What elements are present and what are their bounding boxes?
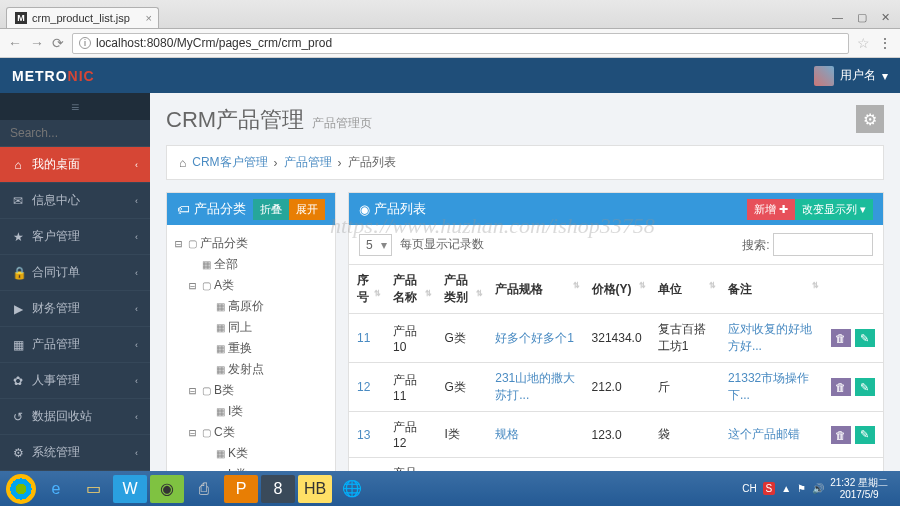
- cell-seq: 12: [349, 363, 385, 412]
- sidebar-item[interactable]: ▦产品管理‹: [0, 327, 150, 363]
- tree-node[interactable]: ▦发射点: [175, 359, 327, 380]
- sidebar-item-label: 财务管理: [32, 300, 80, 317]
- cell-note[interactable]: 应对收复的好地方好...: [720, 314, 823, 363]
- column-header[interactable]: 单位⇅: [650, 265, 720, 314]
- sidebar-item[interactable]: ▶财务管理‹: [0, 291, 150, 327]
- grid-icon: ▦: [216, 448, 225, 459]
- sidebar-item[interactable]: 🔒合同订单‹: [0, 255, 150, 291]
- url-input[interactable]: i localhost:8080/MyCrm/pages_crm/crm_pro…: [72, 33, 849, 54]
- close-icon[interactable]: ×: [145, 12, 151, 24]
- tab-title: crm_product_list.jsp: [32, 12, 130, 24]
- browser-menu-icon[interactable]: ⋮: [878, 35, 892, 51]
- chevron-left-icon: ‹: [135, 412, 138, 422]
- logo: METRONIC: [12, 68, 95, 84]
- column-header[interactable]: 产品名称⇅: [385, 265, 436, 314]
- sidebar-item[interactable]: ↺数据回收站‹: [0, 399, 150, 435]
- tree-node[interactable]: ⊟▢产品分类: [175, 233, 327, 254]
- column-header[interactable]: 备注⇅: [720, 265, 823, 314]
- columns-button[interactable]: 改变显示列 ▾: [795, 199, 873, 220]
- folder-icon: ▢: [188, 238, 197, 249]
- new-button[interactable]: 新增 ✚: [747, 199, 795, 220]
- grid-icon: ▦: [216, 322, 225, 333]
- page-size-label: 每页显示记录数: [400, 236, 484, 253]
- collapse-button[interactable]: 折叠: [253, 199, 289, 220]
- sidebar-search: [0, 120, 150, 147]
- sidebar-item-label: 信息中心: [32, 192, 80, 209]
- tree-toggle-icon[interactable]: ⊟: [189, 384, 199, 398]
- column-header[interactable]: 价格(Y)⇅: [584, 265, 650, 314]
- column-header[interactable]: 产品规格⇅: [487, 265, 583, 314]
- sidebar-collapse-button[interactable]: ≡: [0, 93, 150, 120]
- table-search-input[interactable]: [773, 233, 873, 256]
- tree-toggle-icon[interactable]: ⊟: [189, 426, 199, 440]
- sidebar-item[interactable]: ⌂我的桌面‹: [0, 147, 150, 183]
- close-window-icon[interactable]: ✕: [881, 11, 890, 24]
- forward-icon[interactable]: →: [30, 35, 44, 51]
- cell-actions: 🗑✎: [823, 412, 883, 458]
- column-header[interactable]: 序号⇅: [349, 265, 385, 314]
- tree-node[interactable]: ▦K类: [175, 443, 327, 464]
- sidebar-item[interactable]: ★客户管理‹: [0, 219, 150, 255]
- gear-icon[interactable]: ⚙: [856, 105, 884, 133]
- breadcrumb-mid[interactable]: 产品管理: [284, 154, 332, 171]
- tree-label: I类: [228, 403, 243, 420]
- tree-node[interactable]: ▦同上: [175, 317, 327, 338]
- bookmark-icon[interactable]: ☆: [857, 35, 870, 51]
- tree-label: 同上: [228, 319, 252, 336]
- sort-icon: ⇅: [639, 281, 646, 290]
- tree-node[interactable]: ▦重换: [175, 338, 327, 359]
- cell-note[interactable]: 二二一样a: [720, 458, 823, 472]
- delete-button[interactable]: 🗑: [831, 378, 851, 396]
- tree-toggle-icon[interactable]: ⊟: [175, 237, 185, 251]
- cell-spec[interactable]: 改革法规法规a: [487, 458, 583, 472]
- favicon: M: [15, 12, 27, 24]
- browser-tab[interactable]: M crm_product_list.jsp ×: [6, 7, 159, 28]
- cell-note[interactable]: 21332市场操作下...: [720, 363, 823, 412]
- minimize-icon[interactable]: —: [832, 11, 843, 24]
- back-icon[interactable]: ←: [8, 35, 22, 51]
- tree-toggle-icon[interactable]: ⊟: [189, 279, 199, 293]
- tree-node[interactable]: ⊟▢B类: [175, 380, 327, 401]
- delete-button[interactable]: 🗑: [831, 329, 851, 347]
- cell-spec[interactable]: 规格: [487, 412, 583, 458]
- chevron-left-icon: ‹: [135, 376, 138, 386]
- page-size-select[interactable]: 5: [359, 234, 392, 256]
- maximize-icon[interactable]: ▢: [857, 11, 867, 24]
- tag-icon: 🏷: [177, 202, 190, 217]
- table-controls: 5 每页显示记录数 搜索:: [349, 225, 883, 264]
- edit-button[interactable]: ✎: [855, 426, 875, 444]
- window-controls: — ▢ ✕: [822, 7, 900, 28]
- column-header[interactable]: 产品类别⇅: [436, 265, 487, 314]
- tree-label: 产品分类: [200, 235, 248, 252]
- sidebar-item[interactable]: ✿人事管理‹: [0, 363, 150, 399]
- expand-button[interactable]: 展开: [289, 199, 325, 220]
- edit-button[interactable]: ✎: [855, 378, 875, 396]
- cell-spec[interactable]: 231山地的撒大苏打...: [487, 363, 583, 412]
- edit-button[interactable]: ✎: [855, 329, 875, 347]
- cell-spec[interactable]: 好多个好多个1: [487, 314, 583, 363]
- cell-unit: 反侧是a: [650, 458, 720, 472]
- sidebar-item[interactable]: ✉信息中心‹: [0, 183, 150, 219]
- tree-node[interactable]: ⊟▢C类: [175, 422, 327, 443]
- cell-unit: 斤: [650, 363, 720, 412]
- sidebar-item[interactable]: ⚙系统管理‹: [0, 435, 150, 471]
- menu-icon: ▦: [12, 338, 24, 352]
- sidebar-item-label: 合同订单: [32, 264, 80, 281]
- cell-seq: 2: [349, 458, 385, 472]
- sidebar-item-label: 客户管理: [32, 228, 80, 245]
- tree-node[interactable]: ▦L类: [175, 464, 327, 471]
- tree-node[interactable]: ▦I类: [175, 401, 327, 422]
- info-icon[interactable]: i: [79, 37, 91, 49]
- grid-icon: ▦: [216, 343, 225, 354]
- search-input[interactable]: [10, 126, 140, 140]
- tree-node[interactable]: ▦高原价: [175, 296, 327, 317]
- cell-seq: 11: [349, 314, 385, 363]
- tree-node[interactable]: ⊟▢A类: [175, 275, 327, 296]
- breadcrumb-home[interactable]: CRM客户管理: [192, 154, 267, 171]
- delete-button[interactable]: 🗑: [831, 426, 851, 444]
- tree-node[interactable]: ▦全部: [175, 254, 327, 275]
- cell-cat: I类: [436, 412, 487, 458]
- reload-icon[interactable]: ⟳: [52, 35, 64, 51]
- user-menu[interactable]: 用户名 ▾: [814, 66, 888, 86]
- cell-note[interactable]: 这个产品邮错: [720, 412, 823, 458]
